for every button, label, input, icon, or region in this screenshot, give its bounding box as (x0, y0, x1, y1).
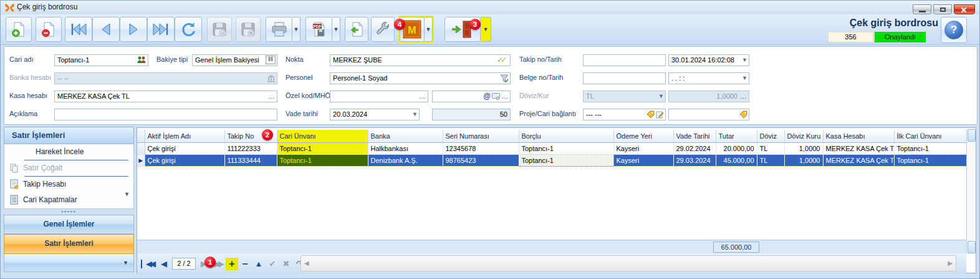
column-header-3[interactable]: Cari Ünvanı (277, 130, 368, 142)
takip-date-dropdown-icon[interactable]: ▼ (742, 56, 747, 65)
column-header-10[interactable]: Döviz (757, 130, 784, 142)
maximize-button[interactable] (933, 4, 952, 14)
belge-no-field[interactable] (583, 72, 666, 84)
cell[interactable]: Halkbankası (368, 142, 443, 154)
cell[interactable]: 20.000,00 (716, 142, 757, 154)
next-record-button[interactable] (120, 17, 147, 42)
personel-filter-icon[interactable] (500, 74, 509, 83)
last-record-button[interactable] (147, 17, 175, 42)
table-row[interactable]: Çek girişi111222333Toptancı-1Halkbankası… (137, 142, 966, 154)
new-record-button[interactable] (6, 17, 32, 42)
cell[interactable]: 12345678 (443, 142, 519, 154)
nav-first-button[interactable]: ◀◀ (141, 260, 157, 268)
column-header-8[interactable]: Vade Tarihi (673, 130, 716, 142)
takip-no-field[interactable] (583, 54, 666, 66)
cell[interactable]: 111222333 (224, 142, 277, 154)
nav-cancel-button[interactable]: ✖ (279, 257, 293, 271)
ozel-kod-ellipsis-button[interactable]: … (419, 92, 426, 101)
column-header-11[interactable]: Döviz Kuru (784, 130, 823, 142)
vade-tarihi-field[interactable]: 20.03.2024▼ (330, 109, 420, 120)
m-button-dropdown[interactable]: ▼ (425, 17, 433, 42)
export-pdf-button[interactable]: PDF (305, 17, 332, 42)
cell[interactable]: Çek girişi (145, 154, 224, 166)
horizontal-scrollbar[interactable]: ◀ ▶ (300, 255, 956, 272)
sidebar-item-satir-cogalt[interactable]: Satır Çoğalt (4, 160, 133, 176)
exit-dropdown[interactable]: ▼ (481, 17, 491, 42)
vade-dropdown-icon[interactable]: ▼ (412, 110, 418, 119)
takip-date-field[interactable]: 30.01.2024 16:02:08▼ (668, 54, 749, 66)
menu-overflow-dropdown-icon[interactable]: ▼ (124, 191, 130, 197)
proje-tag-icon[interactable] (646, 110, 655, 119)
belge-date-field[interactable]: . . : :▼ (668, 72, 749, 84)
sidebar-item-hareket-incele[interactable]: Hareket İncele (4, 144, 133, 160)
close-button[interactable] (954, 4, 975, 14)
column-header-1[interactable]: Aktif İşlem Adı (145, 130, 224, 142)
delete-record-button[interactable] (36, 17, 62, 42)
kasa-ellipsis-button[interactable]: … (268, 92, 276, 101)
cari-adi-field[interactable]: Toptancı-1 (54, 54, 148, 66)
hscroll-right-arrow-icon[interactable]: ▶ (948, 260, 953, 267)
cell[interactable]: 29.03.2024 (673, 154, 716, 166)
refresh-button[interactable] (175, 17, 202, 42)
sidebar-item-takip-hesabi[interactable]: Takip Hesabı (4, 177, 133, 192)
column-header-4[interactable]: Banka (368, 130, 443, 142)
personel-field[interactable]: Personel-1 Soyad (330, 72, 511, 84)
sidebar-group-genel-islemler[interactable]: Genel İşlemler (4, 215, 134, 234)
bakiye-keypad-icon[interactable]: ⅡⅡ (266, 56, 276, 64)
column-header-5[interactable]: Seri Numarası (443, 130, 519, 142)
print-dropdown[interactable]: ▼ (292, 17, 300, 42)
cell[interactable]: Kayseri (613, 154, 673, 166)
cell[interactable]: 29.02.2024 (673, 142, 716, 154)
cell[interactable]: Toptancı-1 (519, 142, 613, 154)
cell[interactable]: TL (757, 142, 784, 154)
vscroll-up-button[interactable] (968, 129, 976, 142)
nav-edit-row-button[interactable]: ▲ (252, 257, 266, 271)
ozel-kod-field-2[interactable]: @… (432, 91, 511, 102)
cell[interactable]: Denizbank A.Ş. (368, 154, 443, 166)
proje-field-1[interactable]: --- --- (583, 109, 666, 120)
kasa-hesabi-field[interactable]: MERKEZ KASA Çek TL… (54, 91, 277, 102)
proje-field-2[interactable] (668, 109, 749, 120)
column-header-12[interactable]: Kasa Hesabı (823, 130, 894, 142)
cell[interactable]: MERKEZ KASA Çek TL (823, 142, 894, 154)
column-header-13[interactable]: İlk Cari Ünvanı (894, 130, 966, 142)
sidebar-bottom-bar[interactable]: ▼ (4, 254, 134, 272)
cari-people-icon[interactable] (137, 55, 147, 67)
cell[interactable]: TL (757, 154, 784, 166)
nokta-field[interactable]: MERKEZ ŞUBE (330, 54, 511, 66)
ozel-kod-field-1[interactable]: … (330, 91, 428, 102)
settings-button[interactable] (371, 17, 395, 42)
pdf-dropdown[interactable]: ▼ (332, 17, 340, 42)
vscroll-down-button[interactable] (968, 241, 976, 253)
cell[interactable]: Toptancı-1 (894, 154, 966, 166)
first-record-button[interactable] (65, 17, 92, 42)
proje2-tag-icon[interactable] (739, 110, 747, 119)
previous-record-button[interactable] (92, 17, 120, 42)
nav-post-button[interactable]: ✔ (266, 257, 279, 271)
mhok-ellipsis-button[interactable]: … (501, 91, 509, 102)
cell[interactable]: MERKEZ KASA Çek TL (823, 154, 894, 166)
sidebar-bottom-dropdown-icon[interactable]: ▼ (123, 260, 128, 266)
bakiye-tipi-field[interactable]: Genel İşlem Bakiyesi (192, 54, 277, 66)
sidebar-group-satir-islemleri[interactable]: Satır İşlemleri (4, 234, 134, 254)
vade-days-field[interactable]: 50 (432, 109, 511, 120)
print-button[interactable] (266, 17, 292, 42)
mhok-at-icon[interactable]: @ (483, 91, 491, 102)
cell[interactable]: Toptancı-1 (277, 154, 368, 166)
nav-prev-button[interactable]: ◀ (157, 257, 171, 271)
cell[interactable]: 1,0000 (784, 142, 823, 154)
hscroll-left-arrow-icon[interactable]: ◀ (304, 260, 309, 267)
column-header-6[interactable]: Borçlu (519, 130, 613, 142)
cell[interactable]: 98765423 (443, 154, 519, 166)
minimize-button[interactable] (913, 4, 931, 14)
cell[interactable]: Toptancı-1 (519, 154, 613, 166)
cell[interactable]: 111333444 (224, 154, 277, 166)
sidebar-splitter[interactable]: ••••• (4, 209, 134, 215)
vertical-scrollbar[interactable] (966, 129, 976, 253)
save-close-button[interactable] (236, 17, 261, 42)
aciklama-field[interactable] (54, 109, 277, 120)
cell[interactable]: Kayseri (613, 142, 673, 154)
cell[interactable]: 45.000,00 (716, 154, 757, 166)
sidebar-item-cari-kapatmalar[interactable]: Cari Kapatmalar (4, 192, 133, 208)
cell[interactable]: 1,0000 (784, 154, 823, 166)
